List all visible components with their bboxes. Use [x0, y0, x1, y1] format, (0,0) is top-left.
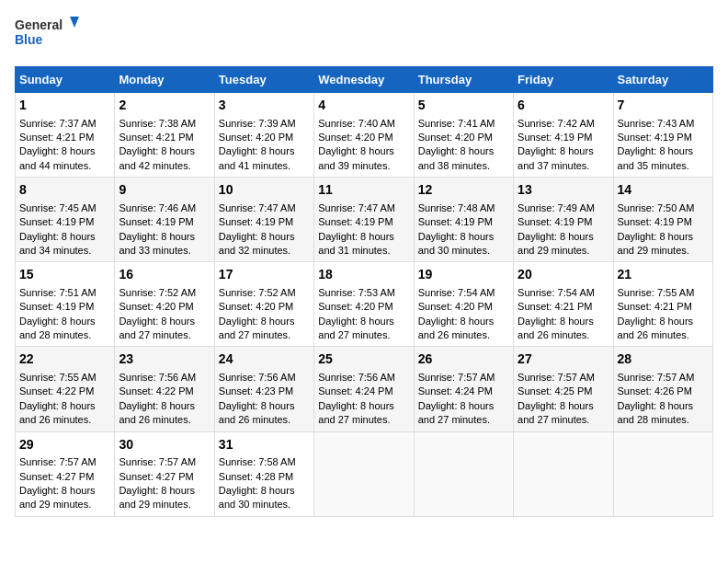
weekday-header-friday: Friday [514, 67, 613, 93]
daylight-label: Daylight: 8 hours and 30 minutes. [219, 485, 295, 510]
sunset-label: Sunset: 4:19 PM [119, 216, 193, 227]
sunrise-label: Sunrise: 7:52 AM [219, 287, 296, 298]
calendar-cell: 24 Sunrise: 7:56 AM Sunset: 4:23 PM Dayl… [214, 347, 313, 431]
sunrise-label: Sunrise: 7:57 AM [618, 372, 695, 383]
sunset-label: Sunset: 4:19 PM [618, 132, 692, 143]
sunset-label: Sunset: 4:20 PM [418, 132, 493, 143]
sunrise-label: Sunrise: 7:40 AM [318, 118, 395, 129]
daylight-label: Daylight: 8 hours and 34 minutes. [19, 231, 96, 256]
day-number: 1 [19, 97, 110, 115]
day-number: 22 [19, 350, 110, 369]
logo-svg: General Blue [15, 15, 79, 55]
weekday-header-sunday: Sunday [16, 67, 115, 93]
sunrise-label: Sunrise: 7:37 AM [19, 118, 97, 129]
sunrise-label: Sunrise: 7:52 AM [119, 287, 196, 298]
day-number: 2 [119, 97, 210, 115]
day-number: 26 [418, 350, 509, 369]
daylight-label: Daylight: 8 hours and 41 minutes. [219, 145, 295, 170]
calendar-cell: 5 Sunrise: 7:41 AM Sunset: 4:20 PM Dayli… [414, 93, 513, 178]
svg-text:Blue: Blue [15, 32, 43, 47]
day-number: 19 [418, 266, 509, 284]
sunrise-label: Sunrise: 7:53 AM [318, 287, 395, 298]
calendar-cell: 30 Sunrise: 7:57 AM Sunset: 4:27 PM Dayl… [115, 431, 214, 516]
calendar-cell: 26 Sunrise: 7:57 AM Sunset: 4:24 PM Dayl… [414, 347, 513, 431]
sunset-label: Sunset: 4:25 PM [518, 385, 592, 396]
daylight-label: Daylight: 8 hours and 35 minutes. [618, 145, 694, 170]
weekday-header-monday: Monday [115, 67, 214, 93]
sunrise-label: Sunrise: 7:50 AM [618, 202, 695, 213]
day-number: 15 [19, 266, 110, 284]
sunrise-label: Sunrise: 7:46 AM [119, 202, 196, 213]
sunrise-label: Sunrise: 7:57 AM [119, 456, 196, 467]
daylight-label: Daylight: 8 hours and 39 minutes. [318, 145, 394, 170]
week-row-5: 29 Sunrise: 7:57 AM Sunset: 4:27 PM Dayl… [16, 431, 713, 516]
daylight-label: Daylight: 8 hours and 32 minutes. [219, 231, 295, 256]
day-number: 21 [618, 266, 709, 284]
calendar-cell: 31 Sunrise: 7:58 AM Sunset: 4:28 PM Dayl… [214, 431, 313, 516]
day-number: 23 [119, 350, 210, 369]
sunset-label: Sunset: 4:19 PM [518, 132, 592, 143]
daylight-label: Daylight: 8 hours and 26 minutes. [219, 400, 295, 425]
calendar-cell [613, 431, 712, 516]
sunrise-label: Sunrise: 7:57 AM [518, 372, 595, 383]
sunset-label: Sunset: 4:23 PM [219, 385, 293, 396]
calendar-cell: 17 Sunrise: 7:52 AM Sunset: 4:20 PM Dayl… [214, 262, 313, 347]
day-number: 29 [19, 436, 110, 454]
sunset-label: Sunset: 4:20 PM [219, 301, 293, 312]
daylight-label: Daylight: 8 hours and 44 minutes. [19, 145, 96, 170]
sunrise-label: Sunrise: 7:48 AM [418, 202, 495, 213]
daylight-label: Daylight: 8 hours and 27 minutes. [318, 400, 394, 425]
svg-text:General: General [15, 17, 63, 32]
sunrise-label: Sunrise: 7:58 AM [219, 456, 296, 467]
week-row-1: 1 Sunrise: 7:37 AM Sunset: 4:21 PM Dayli… [16, 93, 713, 178]
calendar-cell: 22 Sunrise: 7:55 AM Sunset: 4:22 PM Dayl… [16, 347, 115, 431]
sunrise-label: Sunrise: 7:47 AM [219, 202, 296, 213]
sunset-label: Sunset: 4:19 PM [518, 216, 592, 227]
daylight-label: Daylight: 8 hours and 27 minutes. [219, 316, 295, 340]
week-row-4: 22 Sunrise: 7:55 AM Sunset: 4:22 PM Dayl… [16, 347, 713, 431]
calendar-cell: 7 Sunrise: 7:43 AM Sunset: 4:19 PM Dayli… [613, 93, 712, 178]
day-number: 24 [219, 350, 310, 369]
calendar-cell: 2 Sunrise: 7:38 AM Sunset: 4:21 PM Dayli… [115, 93, 214, 178]
week-row-2: 8 Sunrise: 7:45 AM Sunset: 4:19 PM Dayli… [16, 178, 713, 262]
calendar-cell: 16 Sunrise: 7:52 AM Sunset: 4:20 PM Dayl… [115, 262, 214, 347]
sunset-label: Sunset: 4:19 PM [219, 216, 293, 227]
sunrise-label: Sunrise: 7:56 AM [119, 372, 196, 383]
day-number: 16 [119, 266, 210, 284]
day-number: 6 [518, 97, 609, 115]
day-number: 11 [318, 181, 409, 200]
sunrise-label: Sunrise: 7:55 AM [618, 287, 695, 298]
sunset-label: Sunset: 4:26 PM [618, 385, 692, 396]
sunset-label: Sunset: 4:21 PM [618, 301, 692, 312]
sunrise-label: Sunrise: 7:54 AM [518, 287, 595, 298]
calendar-cell [514, 431, 613, 516]
day-number: 31 [219, 436, 310, 454]
day-number: 14 [618, 181, 709, 200]
sunrise-label: Sunrise: 7:41 AM [418, 118, 495, 129]
daylight-label: Daylight: 8 hours and 30 minutes. [418, 231, 495, 256]
sunrise-label: Sunrise: 7:57 AM [418, 372, 495, 383]
day-number: 3 [219, 97, 310, 115]
daylight-label: Daylight: 8 hours and 31 minutes. [318, 231, 394, 256]
calendar-cell: 1 Sunrise: 7:37 AM Sunset: 4:21 PM Dayli… [16, 93, 115, 178]
calendar-cell: 23 Sunrise: 7:56 AM Sunset: 4:22 PM Dayl… [115, 347, 214, 431]
weekday-header-row: SundayMondayTuesdayWednesdayThursdayFrid… [16, 67, 713, 93]
day-number: 4 [318, 97, 409, 115]
daylight-label: Daylight: 8 hours and 29 minutes. [119, 485, 195, 510]
calendar-cell: 11 Sunrise: 7:47 AM Sunset: 4:19 PM Dayl… [314, 178, 414, 262]
sunset-label: Sunset: 4:21 PM [119, 132, 193, 143]
daylight-label: Daylight: 8 hours and 29 minutes. [618, 231, 694, 256]
sunrise-label: Sunrise: 7:55 AM [19, 372, 97, 383]
daylight-label: Daylight: 8 hours and 26 minutes. [518, 316, 594, 340]
day-number: 13 [518, 181, 609, 200]
calendar-cell: 4 Sunrise: 7:40 AM Sunset: 4:20 PM Dayli… [314, 93, 414, 178]
sunrise-label: Sunrise: 7:51 AM [19, 287, 97, 298]
calendar-cell: 3 Sunrise: 7:39 AM Sunset: 4:20 PM Dayli… [214, 93, 313, 178]
day-number: 25 [318, 350, 409, 369]
daylight-label: Daylight: 8 hours and 26 minutes. [618, 316, 694, 340]
calendar-cell: 12 Sunrise: 7:48 AM Sunset: 4:19 PM Dayl… [414, 178, 513, 262]
calendar-cell: 27 Sunrise: 7:57 AM Sunset: 4:25 PM Dayl… [514, 347, 613, 431]
sunset-label: Sunset: 4:21 PM [19, 132, 94, 143]
sunrise-label: Sunrise: 7:49 AM [518, 202, 595, 213]
sunset-label: Sunset: 4:19 PM [19, 216, 94, 227]
